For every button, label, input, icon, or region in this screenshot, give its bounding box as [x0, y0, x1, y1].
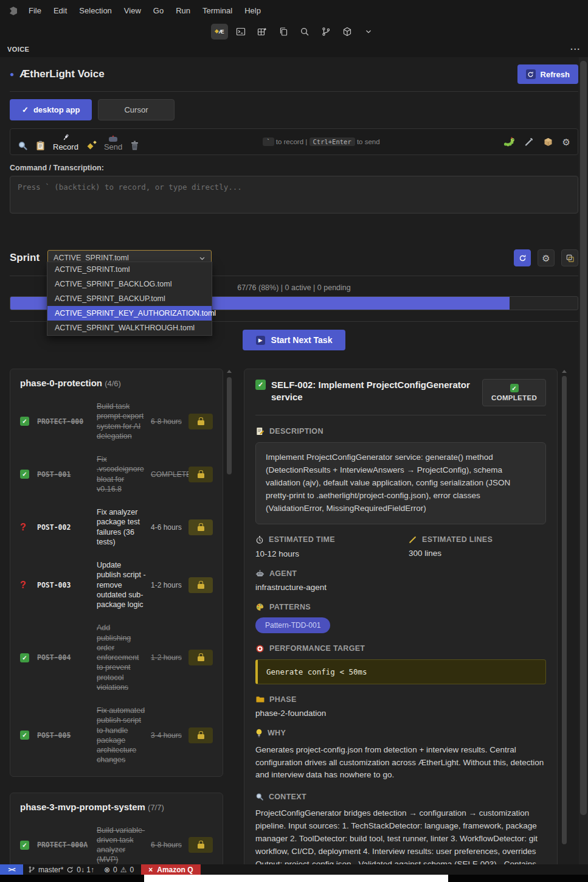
copy-pages-icon[interactable] [275, 24, 292, 40]
tab-cursor[interactable]: Cursor [98, 99, 174, 120]
status-dot-icon: ● [10, 70, 14, 78]
editor-toolbar: Æ [0, 21, 588, 41]
robot-icon [255, 569, 265, 578]
source-control-icon[interactable] [317, 24, 334, 40]
tab-desktop-app[interactable]: ✓ desktop app [10, 99, 92, 120]
package-icon[interactable] [543, 137, 553, 147]
record-button[interactable]: Record [53, 133, 78, 151]
task-list-scrollbar[interactable] [226, 369, 232, 855]
lookup-icon[interactable] [18, 141, 28, 151]
magnifier-icon [255, 793, 264, 801]
problems-item[interactable]: ⊗ 0 ⚠ 0 [99, 864, 139, 875]
send-button[interactable]: Send [104, 134, 122, 151]
bottom-white-area [144, 875, 448, 882]
lock-button[interactable] [189, 837, 213, 853]
check-icon: ✓ [255, 380, 266, 390]
dropdown-option[interactable]: ACTIVE_SPRINT.toml [47, 262, 212, 277]
phase-value: phase-2-foundation [255, 709, 546, 718]
search-icon[interactable] [296, 24, 313, 40]
refresh-button[interactable]: Refresh [517, 64, 578, 84]
scrollbar-thumb[interactable] [562, 376, 567, 844]
phase-title: phase-3-mvp-prompt-system (7/7) [20, 802, 213, 812]
detail-scrollbar[interactable] [561, 369, 567, 864]
remote-indicator[interactable]: >< [0, 864, 23, 875]
check-icon: ✓ [20, 470, 29, 479]
terminal-icon[interactable] [232, 24, 249, 40]
description-header: DESCRIPTION [255, 426, 546, 436]
sync-icon [66, 866, 74, 873]
lightbulb-icon [255, 729, 263, 738]
settings-gear-icon[interactable]: ⚙ [562, 137, 570, 147]
warning-icon: ⚠ [120, 866, 127, 874]
caterpillar-icon[interactable] [503, 137, 515, 147]
estimated-lines-header: ESTIMATED LINES [409, 535, 546, 544]
lock-button[interactable] [189, 650, 213, 665]
scroll-up-icon[interactable] [562, 370, 567, 373]
scrollbar-thumb[interactable] [227, 377, 232, 474]
clipboard-icon[interactable] [36, 141, 45, 151]
menu-help[interactable]: Help [239, 4, 266, 18]
play-icon: ▶ [256, 336, 265, 345]
dropdown-option-highlighted[interactable]: ACTIVE_SPRINT_KEY_AUTHORIZATION.toml [47, 306, 212, 321]
palette-icon [255, 603, 265, 611]
start-next-task-button[interactable]: ▶ Start Next Task [243, 330, 346, 350]
menu-file[interactable]: File [23, 4, 47, 18]
lock-button[interactable] [189, 467, 213, 482]
cube-icon[interactable] [339, 24, 356, 40]
menu-run[interactable]: Run [170, 4, 196, 18]
lock-icon [198, 844, 204, 849]
command-input[interactable] [10, 176, 578, 214]
performance-target-header: PERFORMANCE TARGET [255, 644, 546, 653]
lock-button[interactable] [189, 519, 213, 535]
sprint-refresh-button[interactable] [514, 249, 531, 266]
trash-icon[interactable] [130, 141, 139, 151]
description-text: Implement ProjectConfigGenerator service… [255, 442, 546, 524]
error-icon: ⊗ [104, 866, 110, 874]
folder-icon [255, 695, 265, 703]
lock-button[interactable] [189, 727, 213, 743]
lock-button[interactable] [189, 414, 213, 429]
command-label: Command / Transcription: [10, 164, 578, 172]
task-row[interactable]: ✓ POST-004 Add publishing order enforcem… [20, 623, 213, 692]
check-icon: ✓ [20, 731, 29, 740]
lock-button[interactable] [189, 577, 213, 593]
pencil-icon [409, 535, 417, 544]
menu-selection[interactable]: Selection [74, 4, 117, 18]
target-icon [255, 644, 265, 653]
task-row[interactable]: ✓ PROTECT-000 Build task prompt export s… [20, 401, 213, 441]
check-icon: ✓ [20, 841, 29, 850]
why-header: WHY [255, 729, 546, 738]
task-detail-panel: ✓ SELF-002: Implement ProjectConfigGener… [244, 369, 558, 868]
menu-edit[interactable]: Edit [48, 4, 72, 18]
pattern-pill[interactable]: Pattern-TDD-001 [255, 617, 330, 633]
menu-bar: File Edit Selection View Go Run Terminal… [0, 0, 588, 21]
task-row[interactable]: ✓ POST-005 Fix automated publish script … [20, 706, 213, 765]
sprint-duplicate-button[interactable] [561, 249, 578, 266]
dropdown-option[interactable]: ACTIVE_SPRINT_BACKUP.toml [47, 291, 212, 306]
chevron-down-icon[interactable] [360, 24, 377, 40]
scroll-up-icon[interactable] [227, 370, 232, 373]
task-row[interactable]: ? POST-002 Fix analyzer package test fai… [20, 507, 213, 547]
menu-terminal[interactable]: Terminal [197, 4, 238, 18]
task-detail-title: ✓ SELF-002: Implement ProjectConfigGener… [255, 379, 474, 404]
status-badge: ✓ COMPLETED [482, 379, 546, 406]
aetherlight-extension-icon[interactable]: Æ [211, 24, 228, 40]
amazon-q-item[interactable]: × Amazon Q [141, 864, 200, 875]
menu-view[interactable]: View [119, 4, 147, 18]
window-scrollbar[interactable] [579, 57, 588, 864]
phase-header: PHASE [255, 695, 546, 704]
scrollbar-thumb[interactable] [580, 61, 587, 815]
dropdown-option[interactable]: ACTIVE_SPRINT_BACKLOG.toml [47, 277, 212, 291]
git-branch-item[interactable]: master* 0↓ 1↑ [23, 864, 99, 875]
task-row[interactable]: ✓ PROTECT-000A Build variable-driven tas… [20, 825, 213, 865]
menu-go[interactable]: Go [148, 4, 169, 18]
task-row[interactable]: ? POST-003 Update publish script - remov… [20, 560, 213, 609]
check-icon: ✓ [20, 653, 29, 662]
layout-icon[interactable] [254, 24, 271, 40]
wrench-icon[interactable] [524, 137, 534, 147]
task-row[interactable]: ✓ POST-001 Fix .vscodeignore bloat for v… [20, 454, 213, 494]
check-icon: ✓ [22, 105, 29, 114]
sprint-settings-button[interactable]: ⚙ [538, 249, 555, 266]
more-actions-icon[interactable]: ··· [570, 44, 581, 54]
dropdown-option[interactable]: ACTIVE_SPRINT_WALKTHROUGH.toml [47, 321, 212, 335]
